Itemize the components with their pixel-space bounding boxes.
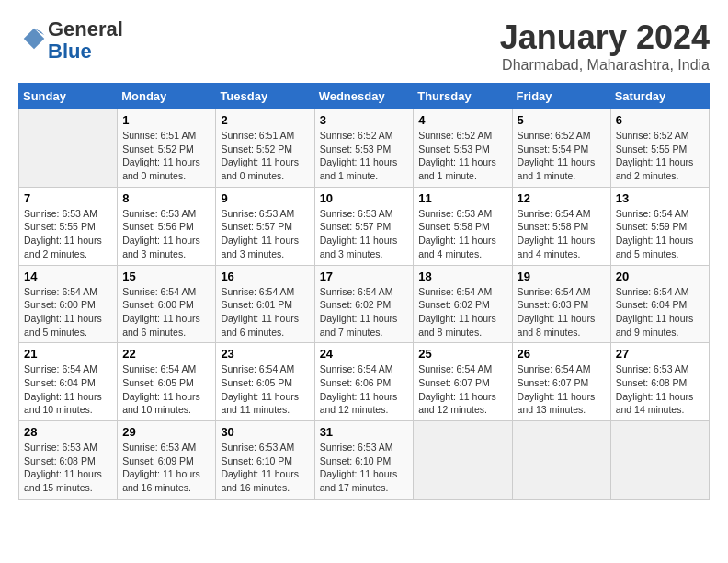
sunrise-text: Sunrise: 6:54 AM [122, 286, 196, 297]
sunrise-text: Sunrise: 6:54 AM [221, 286, 294, 297]
calendar-cell: 10 Sunrise: 6:53 AM Sunset: 5:57 PM Dayl… [314, 187, 414, 265]
day-info: Sunrise: 6:54 AM Sunset: 6:01 PM Dayligh… [221, 285, 309, 339]
sunset-text: Sunset: 6:08 PM [616, 377, 688, 388]
sunrise-text: Sunrise: 6:51 AM [221, 130, 294, 141]
calendar-week-row: 14 Sunrise: 6:54 AM Sunset: 6:00 PM Dayl… [19, 265, 710, 343]
weekday-header: Wednesday [314, 84, 414, 109]
sunset-text: Sunset: 6:00 PM [24, 299, 96, 310]
day-info: Sunrise: 6:52 AM Sunset: 5:53 PM Dayligh… [320, 129, 409, 183]
daylight-text: Daylight: 11 hours and 10 minutes. [24, 391, 102, 416]
day-number: 17 [320, 270, 409, 283]
sunset-text: Sunset: 6:07 PM [518, 377, 589, 388]
calendar-cell: 1 Sunrise: 6:51 AM Sunset: 5:52 PM Dayli… [118, 109, 216, 188]
sunrise-text: Sunrise: 6:53 AM [122, 442, 196, 453]
sunrise-text: Sunrise: 6:52 AM [616, 130, 689, 141]
calendar-cell: 27 Sunrise: 6:53 AM Sunset: 6:08 PM Dayl… [610, 343, 709, 421]
day-info: Sunrise: 6:51 AM Sunset: 5:52 PM Dayligh… [221, 129, 309, 183]
sunrise-text: Sunrise: 6:54 AM [24, 363, 97, 374]
day-info: Sunrise: 6:51 AM Sunset: 5:52 PM Dayligh… [122, 129, 210, 183]
sunrise-text: Sunrise: 6:53 AM [418, 208, 492, 219]
sunset-text: Sunset: 6:06 PM [320, 377, 392, 388]
sunset-text: Sunset: 6:03 PM [518, 299, 589, 310]
day-info: Sunrise: 6:54 AM Sunset: 6:05 PM Dayligh… [221, 362, 309, 417]
calendar-cell: 19 Sunrise: 6:54 AM Sunset: 6:03 PM Dayl… [512, 265, 610, 343]
calendar-cell: 7 Sunrise: 6:53 AM Sunset: 5:55 PM Dayli… [19, 187, 118, 265]
sunset-text: Sunset: 6:05 PM [122, 377, 194, 388]
day-info: Sunrise: 6:53 AM Sunset: 6:10 PM Dayligh… [320, 441, 409, 495]
day-info: Sunrise: 6:53 AM Sunset: 6:09 PM Dayligh… [122, 441, 210, 495]
sunset-text: Sunset: 5:59 PM [616, 221, 688, 232]
day-number: 9 [221, 191, 309, 205]
logo-text: General Blue [48, 18, 123, 63]
sunset-text: Sunset: 6:01 PM [221, 299, 292, 310]
day-number: 6 [616, 113, 704, 127]
month-title: January 2024 [500, 18, 710, 57]
day-number: 30 [221, 425, 309, 439]
sunrise-text: Sunrise: 6:53 AM [24, 208, 97, 219]
day-info: Sunrise: 6:52 AM Sunset: 5:55 PM Dayligh… [616, 129, 704, 183]
calendar-cell [414, 421, 512, 500]
sunrise-text: Sunrise: 6:54 AM [616, 208, 689, 219]
sunset-text: Sunset: 6:07 PM [418, 377, 490, 388]
calendar-cell: 14 Sunrise: 6:54 AM Sunset: 6:00 PM Dayl… [19, 265, 118, 343]
calendar-cell [610, 421, 709, 500]
sunset-text: Sunset: 5:57 PM [320, 221, 392, 232]
sunrise-text: Sunrise: 6:53 AM [320, 208, 393, 219]
calendar-table: SundayMondayTuesdayWednesdayThursdayFrid… [18, 83, 710, 500]
logo-icon [20, 25, 48, 52]
logo-blue: Blue [48, 40, 92, 63]
day-info: Sunrise: 6:54 AM Sunset: 6:02 PM Dayligh… [418, 285, 506, 339]
calendar-week-row: 21 Sunrise: 6:54 AM Sunset: 6:04 PM Dayl… [19, 343, 710, 421]
weekday-header: Thursday [414, 84, 512, 109]
day-info: Sunrise: 6:54 AM Sunset: 6:02 PM Dayligh… [320, 285, 409, 339]
location-title: Dharmabad, Maharashtra, India [500, 57, 710, 74]
day-number: 26 [518, 347, 606, 361]
day-number: 8 [122, 191, 210, 205]
sunset-text: Sunset: 5:56 PM [122, 221, 194, 232]
sunrise-text: Sunrise: 6:54 AM [221, 363, 294, 374]
sunset-text: Sunset: 6:00 PM [122, 299, 194, 310]
day-info: Sunrise: 6:53 AM Sunset: 5:56 PM Dayligh… [122, 207, 210, 261]
weekday-header: Saturday [610, 84, 709, 109]
calendar-cell: 11 Sunrise: 6:53 AM Sunset: 5:58 PM Dayl… [414, 187, 512, 265]
day-number: 27 [616, 347, 704, 361]
daylight-text: Daylight: 11 hours and 16 minutes. [122, 468, 200, 493]
day-number: 16 [221, 270, 309, 283]
daylight-text: Daylight: 11 hours and 3 minutes. [122, 235, 200, 259]
calendar-cell: 18 Sunrise: 6:54 AM Sunset: 6:02 PM Dayl… [414, 265, 512, 343]
daylight-text: Daylight: 11 hours and 16 minutes. [221, 468, 299, 493]
calendar-cell [19, 109, 118, 188]
day-number: 13 [616, 191, 704, 205]
daylight-text: Daylight: 11 hours and 10 minutes. [122, 391, 200, 416]
day-number: 21 [24, 347, 112, 361]
daylight-text: Daylight: 11 hours and 5 minutes. [616, 235, 694, 259]
logo: General Blue [18, 18, 123, 63]
day-number: 29 [122, 425, 210, 439]
sunrise-text: Sunrise: 6:54 AM [24, 286, 97, 297]
day-info: Sunrise: 6:53 AM Sunset: 6:08 PM Dayligh… [24, 441, 112, 495]
day-number: 5 [518, 113, 606, 127]
sunset-text: Sunset: 6:02 PM [418, 299, 490, 310]
day-info: Sunrise: 6:53 AM Sunset: 5:57 PM Dayligh… [221, 207, 309, 261]
daylight-text: Daylight: 11 hours and 6 minutes. [122, 313, 200, 338]
calendar-cell: 23 Sunrise: 6:54 AM Sunset: 6:05 PM Dayl… [216, 343, 314, 421]
day-number: 15 [122, 270, 210, 283]
day-number: 14 [24, 270, 112, 283]
sunrise-text: Sunrise: 6:53 AM [320, 442, 393, 453]
daylight-text: Daylight: 11 hours and 3 minutes. [320, 235, 398, 259]
day-number: 1 [122, 113, 210, 127]
daylight-text: Daylight: 11 hours and 7 minutes. [320, 313, 398, 338]
sunrise-text: Sunrise: 6:52 AM [320, 130, 393, 141]
sunset-text: Sunset: 6:08 PM [24, 455, 96, 466]
calendar-cell: 13 Sunrise: 6:54 AM Sunset: 5:59 PM Dayl… [610, 187, 709, 265]
day-number: 22 [122, 347, 210, 361]
day-number: 4 [418, 113, 506, 127]
day-info: Sunrise: 6:53 AM Sunset: 5:58 PM Dayligh… [418, 207, 506, 261]
day-info: Sunrise: 6:53 AM Sunset: 6:08 PM Dayligh… [616, 362, 704, 417]
daylight-text: Daylight: 11 hours and 1 minute. [418, 156, 496, 181]
calendar-cell: 21 Sunrise: 6:54 AM Sunset: 6:04 PM Dayl… [19, 343, 118, 421]
calendar-cell: 30 Sunrise: 6:53 AM Sunset: 6:10 PM Dayl… [216, 421, 314, 500]
calendar-cell: 15 Sunrise: 6:54 AM Sunset: 6:00 PM Dayl… [118, 265, 216, 343]
day-info: Sunrise: 6:54 AM Sunset: 6:04 PM Dayligh… [616, 285, 704, 339]
weekday-header: Sunday [19, 84, 118, 109]
